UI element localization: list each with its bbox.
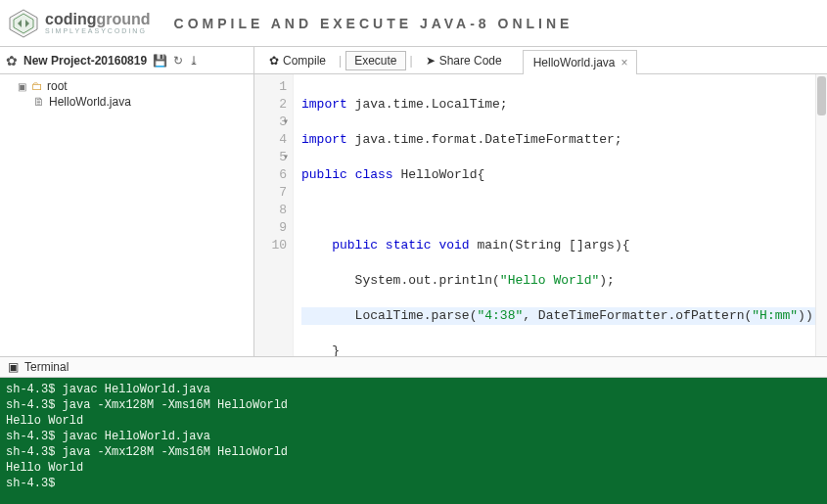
fold-icon[interactable]: ▾: [283, 149, 289, 166]
logo-subtext: SIMPLYEASYCODING: [45, 27, 151, 34]
file-tree: ▣ 🗀 root 🗎 HelloWorld.java: [0, 74, 254, 356]
line-number: 7: [254, 184, 287, 202]
line-number: 5▾: [254, 149, 287, 166]
compile-button[interactable]: ✿ Compile: [260, 51, 335, 70]
tree-file[interactable]: 🗎 HelloWorld.java: [6, 94, 248, 110]
gear-icon: ✿: [269, 54, 279, 68]
terminal[interactable]: sh-4.3$ javac HelloWorld.java sh-4.3$ ja…: [0, 378, 827, 504]
scroll-thumb[interactable]: [817, 76, 826, 115]
logo-text: codingground: [45, 12, 151, 27]
execute-button[interactable]: Execute: [345, 51, 405, 70]
tree-file-label: HelloWorld.java: [49, 95, 131, 109]
terminal-title: Terminal: [24, 360, 69, 374]
folder-icon: 🗀: [31, 79, 43, 93]
share-button[interactable]: ➤ Share Code: [417, 51, 511, 70]
tree-root[interactable]: ▣ 🗀 root: [6, 78, 248, 94]
share-label: Share Code: [439, 54, 502, 68]
logo: codingground SIMPLYEASYCODING: [8, 8, 151, 39]
code-editor[interactable]: 1 2 3▾ 4 5▾ 6 7 8 9 10 import java.time.…: [254, 74, 827, 356]
file-tab-label: HelloWorld.java: [533, 56, 616, 69]
fold-icon[interactable]: ▾: [283, 114, 289, 131]
main: ▣ 🗀 root 🗎 HelloWorld.java 1 2 3▾ 4 5▾ 6…: [0, 74, 827, 356]
refresh-icon[interactable]: ↻: [173, 54, 183, 68]
header: codingground SIMPLYEASYCODING COMPILE AN…: [0, 0, 827, 47]
save-icon[interactable]: 💾: [153, 54, 167, 68]
share-icon: ➤: [426, 54, 436, 68]
terminal-icon: ▣: [8, 360, 19, 374]
toolbar-row: ✿ New Project-20160819 💾 ↻ ⤓ ✿ Compile |…: [0, 47, 827, 74]
separator: |: [410, 54, 413, 68]
project-toolbar: ✿ New Project-20160819 💾 ↻ ⤓: [0, 47, 254, 73]
file-icon: 🗎: [33, 95, 45, 109]
separator: |: [339, 54, 342, 68]
gear-icon[interactable]: ✿: [6, 53, 18, 69]
tree-root-label: root: [47, 79, 68, 93]
line-number: 8: [254, 202, 287, 219]
line-number: 6: [254, 166, 287, 184]
line-number: 3▾: [254, 114, 287, 131]
terminal-header: ▣ Terminal: [0, 356, 827, 378]
file-tab[interactable]: HelloWorld.java ×: [523, 50, 637, 75]
line-number: 1: [254, 78, 287, 96]
close-icon[interactable]: ×: [620, 56, 627, 69]
scrollbar[interactable]: [815, 74, 827, 356]
tagline: COMPILE AND EXECUTE JAVA-8 ONLINE: [174, 16, 574, 31]
editor-toolbar: ✿ Compile | Execute | ➤ Share Code Hello…: [254, 47, 827, 73]
code-area[interactable]: import java.time.LocalTime; import java.…: [294, 74, 827, 356]
line-number: 9: [254, 219, 287, 237]
execute-label: Execute: [354, 54, 396, 68]
logo-icon: [8, 8, 39, 39]
download-icon[interactable]: ⤓: [189, 54, 199, 68]
line-number: 4: [254, 131, 287, 149]
line-number: 2: [254, 96, 287, 114]
collapse-icon[interactable]: ▣: [18, 81, 27, 92]
compile-label: Compile: [283, 54, 326, 68]
project-name: New Project-20160819: [23, 54, 147, 68]
line-number: 10: [254, 237, 287, 254]
line-gutter: 1 2 3▾ 4 5▾ 6 7 8 9 10: [254, 74, 294, 356]
